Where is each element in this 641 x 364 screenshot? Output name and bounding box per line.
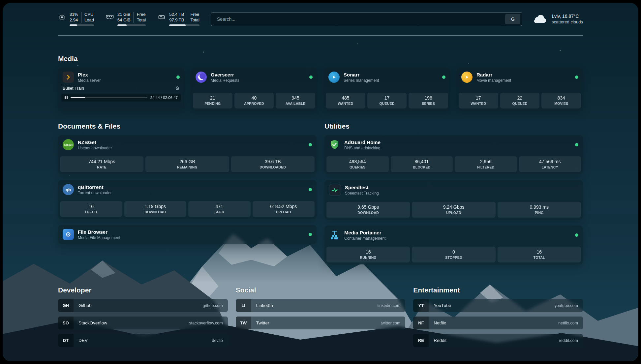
bookmark-abbr: YT	[413, 299, 429, 312]
service-subtitle: Movie management	[476, 78, 571, 83]
service-name: File Browser	[78, 229, 305, 235]
disk-free-value: 52.4 TB	[169, 12, 184, 17]
dashboard-window: 31% 2.94 CPU Load	[3, 3, 638, 361]
playback-progress-fill	[71, 97, 85, 98]
service-card-filebrowser[interactable]: File Browser Media File Management	[58, 225, 317, 244]
service-subtitle: Media Requests	[211, 78, 305, 83]
bookmark-group-developer: Developer GH Github github.com SO StackO…	[58, 286, 228, 347]
stat-queries: 498,564 QUERIES	[326, 156, 389, 172]
memory-widget: 21 GiB 64 GiB Free Total	[106, 12, 146, 26]
bookmark-abbr: SO	[58, 317, 74, 329]
bookmark-domain: linkedin.com	[378, 303, 400, 308]
playback-progress-track[interactable]	[71, 97, 147, 98]
bookmark-domain: youtube.com	[554, 303, 578, 308]
service-card-sonarr[interactable]: Sonarr Series management 485 WANTED 17 Q…	[324, 68, 450, 110]
service-name: NZBGet	[78, 139, 305, 145]
bookmark-abbr: GH	[58, 299, 74, 312]
bookmark-name: StackOverflow	[78, 320, 189, 325]
service-card-overseerr[interactable]: Overseerr Media Requests 21 PENDING 40 A…	[191, 68, 317, 110]
status-dot-online	[575, 233, 578, 237]
status-dot-online	[309, 233, 312, 236]
memory-icon	[106, 13, 114, 21]
disk-widget: 52.4 TB 97.9 TB Free Total	[158, 12, 199, 26]
service-card-portainer[interactable]: Media Portainer Container management 16 …	[324, 226, 583, 264]
weather-condition: scattered clouds	[552, 19, 583, 25]
stat-total: 16 TOTAL	[498, 247, 581, 262]
service-card-qbittorrent[interactable]: qb qBittorrent Torrent downloader 16	[58, 180, 317, 219]
stat-filtered: 2,956 FILTERED	[455, 156, 517, 172]
bookmark-group-entertainment: Entertainment YT YouTube youtube.com NF …	[413, 286, 583, 347]
bookmark-abbr: RE	[413, 334, 429, 347]
resource-widgets: 31% 2.94 CPU Load	[58, 12, 199, 26]
stat-latency: 47.569 ms LATENCY	[519, 156, 581, 172]
stat-leech: 16 LEECH	[60, 201, 122, 217]
stat-pending: 21 PENDING	[193, 93, 232, 108]
stat-downloaded: 39.6 TB DOWNLOADED	[231, 156, 315, 172]
plex-icon	[63, 72, 74, 83]
bookmark-domain: github.com	[203, 303, 223, 308]
service-subtitle: Usenet downloader	[78, 146, 305, 150]
bookmark-reddit[interactable]: RE Reddit reddit.com	[413, 334, 583, 347]
service-subtitle: Speedtest Tracking	[345, 191, 578, 196]
disk-icon	[158, 13, 166, 21]
service-card-plex[interactable]: Plex Media server Bullet Train ⚙ 24:44 /…	[58, 68, 184, 110]
memory-total-label: Total	[137, 17, 146, 23]
cpu-usage-value: 31%	[70, 12, 78, 17]
bookmark-domain: netflix.com	[558, 321, 578, 325]
cpu-progress-bar	[70, 24, 94, 26]
nzbget-icon: nzbget	[63, 139, 74, 150]
bookmark-name: Github	[78, 303, 203, 308]
bookmark-youtube[interactable]: YT YouTube youtube.com	[413, 299, 583, 312]
bookmark-linkedin[interactable]: LI LinkedIn linkedin.com	[236, 299, 406, 312]
service-card-nzbget[interactable]: nzbget NZBGet Usenet downloader 744.21 M…	[58, 135, 317, 174]
status-dot-online	[176, 76, 180, 79]
stat-approved: 40 APPROVED	[234, 93, 274, 108]
bookmark-name: Twitter	[256, 320, 381, 325]
stat-wanted: 485 WANTED	[326, 93, 365, 108]
cpu-load-value: 2.94	[70, 17, 78, 23]
memory-free-value: 21 GiB	[117, 12, 131, 17]
stat-seed: 471 SEED	[188, 201, 251, 217]
radarr-icon	[461, 72, 473, 83]
filebrowser-icon	[63, 229, 74, 240]
search-bar[interactable]: G	[211, 12, 522, 26]
bookmark-name: DEV	[78, 338, 212, 343]
service-card-adguard[interactable]: AdGuard Home DNS and adblocking 498,564 …	[324, 135, 583, 174]
stat-series: 196 SERIES	[409, 93, 448, 108]
service-subtitle: DNS and adblocking	[344, 146, 571, 150]
service-subtitle: Container management	[344, 236, 571, 241]
bookmark-netflix[interactable]: NF Netflix netflix.com	[413, 317, 583, 329]
bookmark-dev[interactable]: DT DEV dev.to	[58, 334, 228, 347]
memory-free-label: Free	[137, 12, 146, 17]
service-card-radarr[interactable]: Radarr Movie management 17 WANTED 22 QUE…	[457, 68, 583, 110]
bookmark-domain: dev.to	[212, 338, 223, 343]
search-provider-button[interactable]: G	[505, 14, 520, 24]
bookmark-twitter[interactable]: TW Twitter twitter.com	[236, 317, 406, 329]
bookmark-domain: twitter.com	[381, 321, 401, 325]
overseerr-icon	[196, 72, 207, 83]
memory-total-value: 64 GiB	[117, 17, 131, 23]
top-bar: 31% 2.94 CPU Load	[58, 3, 583, 26]
stat-upload: 9.24 Gbps UPLOAD	[412, 202, 495, 218]
media-section-title: Media	[58, 55, 583, 63]
bookmark-github[interactable]: GH Github github.com	[58, 299, 228, 312]
stat-rate: 744.21 Mbps RATE	[60, 156, 143, 172]
status-dot-online	[575, 143, 578, 146]
service-name: Speedtest	[345, 185, 578, 190]
service-card-speedtest[interactable]: Speedtest Speedtest Tracking 9.65 Gbps D…	[324, 180, 583, 220]
service-name: AdGuard Home	[344, 139, 571, 145]
bookmark-group-social: Social LI LinkedIn linkedin.com TW Twitt…	[236, 286, 406, 347]
stat-running: 16 RUNNING	[326, 247, 410, 262]
service-name: Overseerr	[211, 72, 305, 77]
search-input[interactable]	[216, 16, 505, 22]
service-name: Sonarr	[344, 72, 438, 77]
cpu-icon	[58, 13, 66, 21]
stat-wanted: 17 WANTED	[459, 93, 498, 108]
speedtest-icon	[329, 184, 341, 196]
bookmark-stackoverflow[interactable]: SO StackOverflow stackoverflow.com	[58, 317, 228, 329]
status-dot-online	[442, 76, 445, 79]
settings-gear-icon[interactable]: ⚙	[175, 86, 180, 91]
pause-icon[interactable]	[65, 96, 68, 99]
header-divider	[58, 35, 583, 36]
social-section-title: Social	[236, 286, 406, 294]
